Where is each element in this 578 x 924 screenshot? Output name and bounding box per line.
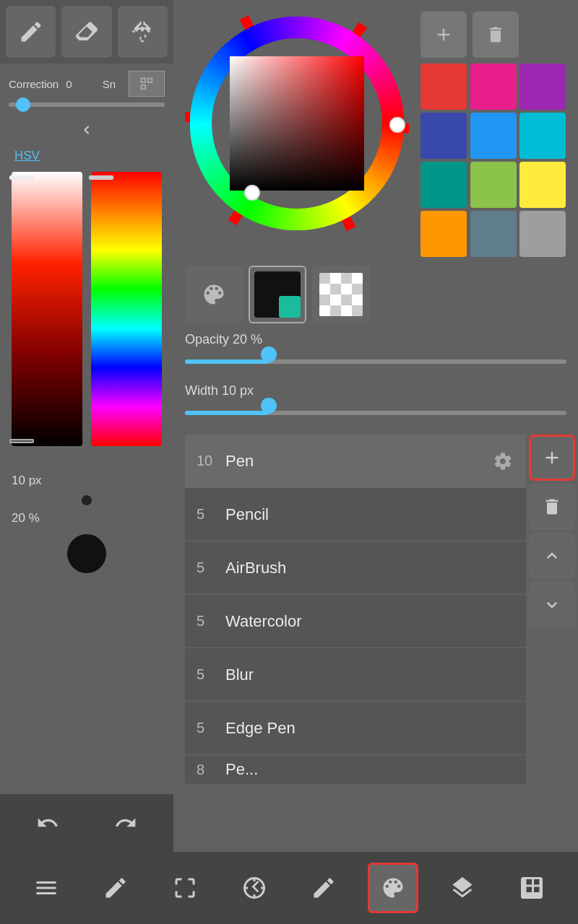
swatch-orange[interactable]	[420, 211, 467, 257]
transform-button[interactable]	[229, 863, 280, 913]
brush-num-edge-pen: 5	[197, 720, 225, 736]
param-section: Opacity 20 % Width 10 px	[173, 332, 578, 423]
left-sidebar: Correction 0 Sn HSV 10 px 20 %	[0, 0, 173, 852]
swatch-cyan[interactable]	[519, 113, 566, 159]
brush-item-pencil[interactable]: 5 Pencil	[185, 488, 526, 541]
correction-row: Correction 0 Sn	[0, 64, 173, 100]
move-brush-down-button[interactable]	[529, 582, 575, 628]
swatch-purple[interactable]	[519, 64, 566, 110]
brush-item-pen[interactable]: 10 Pen	[185, 435, 526, 488]
dot-preview	[82, 495, 92, 505]
color-bottom-button[interactable]	[368, 863, 418, 913]
grid-button[interactable]	[506, 863, 557, 913]
brush-name-edge-pen: Edge Pen	[225, 719, 514, 738]
brush-list-actions	[526, 435, 578, 784]
brush-num-blur: 5	[197, 666, 225, 683]
brush-num-pen: 10	[197, 453, 225, 469]
swatch-blue[interactable]	[420, 113, 467, 159]
palette-tab[interactable]	[185, 266, 243, 323]
swatch-green[interactable]	[470, 162, 517, 208]
brush-item-airbrush[interactable]: 5 AirBrush	[185, 541, 526, 595]
transparent-tab[interactable]	[312, 266, 370, 323]
delete-swatch-button[interactable]	[473, 12, 519, 58]
color-swatch-bottom[interactable]	[67, 534, 106, 573]
swatch-red[interactable]	[420, 64, 467, 110]
pen-bottom-button[interactable]	[298, 863, 349, 913]
pen-tool-button[interactable]	[6, 6, 56, 58]
correction-value: 0	[66, 78, 72, 90]
brush-item-edge-pen[interactable]: 5 Edge Pen	[185, 702, 526, 755]
brush-list: 10 Pen 5 Pencil 5 AirBrush 5 Watercolor	[185, 435, 526, 784]
brush-name-blur: Blur	[225, 666, 514, 684]
sidebar-bottom	[0, 794, 173, 852]
swatch-gray[interactable]	[519, 211, 566, 257]
color-swatches-panel	[420, 12, 566, 257]
brush-name-airbrush: AirBrush	[225, 559, 514, 578]
brush-item-blur[interactable]: 5 Blur	[185, 648, 526, 702]
inner-thumb[interactable]	[244, 185, 260, 201]
color-picker-tabs	[173, 257, 578, 332]
swatch-teal[interactable]	[420, 162, 467, 208]
size-label: 10 px	[0, 469, 173, 492]
collapse-button[interactable]	[0, 114, 173, 146]
add-brush-button[interactable]	[529, 435, 575, 481]
hue-bar[interactable]	[91, 172, 162, 446]
edit-button[interactable]	[90, 863, 141, 913]
add-swatch-button[interactable]	[420, 12, 467, 58]
hue-thumb[interactable]	[389, 117, 405, 133]
select-button[interactable]	[160, 863, 210, 913]
width-label: Width 10 px	[185, 383, 566, 398]
correction-slider[interactable]	[0, 100, 173, 114]
brush-item-watercolor[interactable]: 5 Watercolor	[185, 595, 526, 648]
brush-num-airbrush: 5	[197, 559, 225, 576]
brush-num-watercolor: 5	[197, 613, 225, 629]
hsv-label[interactable]: HSV	[0, 146, 173, 166]
color-wheel[interactable]	[185, 12, 409, 235]
color-mix-tab[interactable]	[249, 266, 306, 323]
undo-button[interactable]	[22, 803, 73, 843]
swatch-blue-gray[interactable]	[470, 211, 517, 257]
swatch-pink[interactable]	[470, 64, 517, 110]
color-wheel-section	[173, 0, 578, 257]
menu-button[interactable]	[21, 863, 72, 913]
snap-box	[129, 71, 165, 97]
color-sliders	[0, 166, 173, 469]
delete-brush-button[interactable]	[529, 484, 575, 530]
saturation-bar[interactable]	[12, 172, 82, 446]
brush-num-pencil: 5	[197, 506, 225, 523]
brush-item-partial[interactable]: 8 Pe...	[185, 755, 526, 784]
layers-button[interactable]	[437, 863, 488, 913]
eraser-tool-button[interactable]	[61, 6, 111, 58]
snap-label: Sn	[103, 78, 116, 90]
redo-button[interactable]	[100, 803, 151, 843]
width-slider[interactable]	[185, 403, 566, 423]
brush-name-pencil: Pencil	[225, 505, 514, 524]
brush-settings-pen[interactable]	[491, 450, 514, 473]
swatch-grid	[420, 64, 566, 257]
brush-name-watercolor: Watercolor	[225, 612, 514, 631]
opacity-slider[interactable]	[185, 352, 566, 372]
swatch-yellow[interactable]	[519, 162, 566, 208]
opacity-sidebar-label: 20 %	[0, 508, 173, 528]
brush-list-section: 10 Pen 5 Pencil 5 AirBrush 5 Watercolor	[173, 435, 578, 784]
move-tool-button[interactable]	[118, 6, 168, 58]
brush-num-partial: 8	[197, 762, 225, 778]
move-brush-up-button[interactable]	[529, 533, 575, 579]
brush-name-partial: Pe...	[225, 760, 514, 779]
toolbar-top	[0, 0, 173, 64]
brush-name-pen: Pen	[225, 452, 491, 471]
correction-label: Correction	[9, 78, 59, 90]
main-panel: Opacity 20 % Width 10 px 10 Pen	[173, 0, 578, 852]
bottom-bar	[0, 852, 578, 924]
swatch-light-blue[interactable]	[470, 113, 517, 159]
swatch-actions	[420, 12, 566, 58]
opacity-label: Opacity 20 %	[185, 332, 566, 347]
